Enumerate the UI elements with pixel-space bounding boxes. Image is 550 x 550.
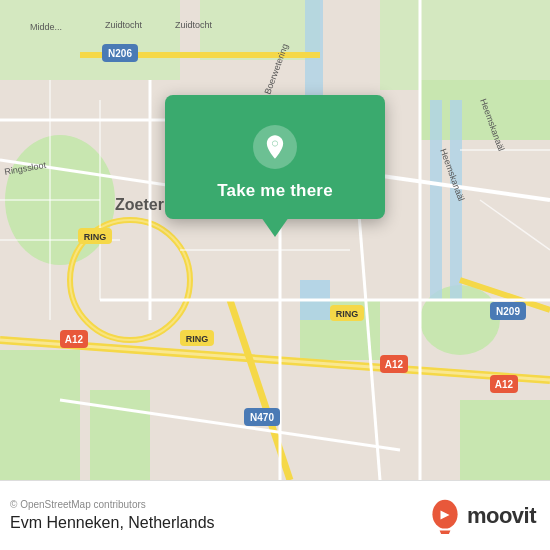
svg-text:RING: RING xyxy=(186,334,209,344)
svg-text:Zuidtocht: Zuidtocht xyxy=(175,20,213,30)
svg-point-65 xyxy=(273,141,278,146)
svg-rect-8 xyxy=(0,350,80,480)
pin-icon xyxy=(261,133,289,161)
map-svg: N206 N470 N209 A12 A12 A12 RING RING RIN… xyxy=(0,0,550,480)
svg-text:A12: A12 xyxy=(385,359,404,370)
svg-text:N206: N206 xyxy=(108,48,132,59)
moovit-logo: moovit xyxy=(427,498,536,534)
svg-rect-9 xyxy=(90,390,150,480)
moovit-icon xyxy=(427,498,463,534)
map-container: N206 N470 N209 A12 A12 A12 RING RING RIN… xyxy=(0,0,550,480)
svg-rect-3 xyxy=(200,0,320,60)
svg-text:Midde...: Midde... xyxy=(30,22,62,32)
svg-text:N209: N209 xyxy=(496,306,520,317)
svg-text:A12: A12 xyxy=(65,334,84,345)
svg-marker-67 xyxy=(439,530,450,534)
svg-rect-4 xyxy=(380,0,550,90)
svg-text:RING: RING xyxy=(336,309,359,319)
svg-text:Zuidtocht: Zuidtocht xyxy=(105,20,143,30)
bottom-bar: © OpenStreetMap contributors Evm Henneke… xyxy=(0,480,550,550)
moovit-label: moovit xyxy=(467,503,536,529)
navigation-popup[interactable]: Take me there xyxy=(165,95,385,219)
location-name: Evm Henneken, Netherlands xyxy=(10,514,215,532)
svg-text:A12: A12 xyxy=(495,379,514,390)
svg-rect-10 xyxy=(460,400,550,480)
svg-text:RING: RING xyxy=(84,232,107,242)
location-info: © OpenStreetMap contributors Evm Henneke… xyxy=(10,499,215,532)
svg-text:N470: N470 xyxy=(250,412,274,423)
svg-rect-2 xyxy=(0,0,180,80)
take-me-there-button[interactable]: Take me there xyxy=(217,181,333,201)
svg-rect-12 xyxy=(430,100,442,300)
map-attribution: © OpenStreetMap contributors xyxy=(10,499,215,510)
location-pin xyxy=(253,125,297,169)
